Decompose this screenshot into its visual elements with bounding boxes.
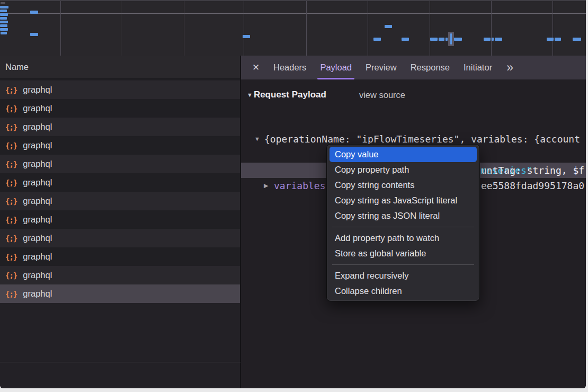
json-braces-icon: {;} (5, 86, 17, 94)
waterfall-bar (0, 17, 7, 20)
requests-panel: Name {;}graphql{;}graphql{;}graphql{;}gr… (0, 56, 240, 388)
expanded-triangle-icon[interactable]: ▼ (254, 131, 260, 147)
menu-item-copy-string-as-javascript-literal[interactable]: Copy string as JavaScript literal (329, 193, 477, 208)
request-name-label: graphql (23, 103, 52, 113)
request-row[interactable]: {;}graphql (0, 192, 240, 210)
json-braces-icon: {;} (5, 160, 17, 168)
json-braces-icon: {;} (5, 141, 17, 150)
waterfall-bar (0, 21, 8, 23)
network-overview-timeline[interactable] (0, 0, 586, 56)
collapsed-triangle-icon[interactable]: ▶ (264, 178, 268, 193)
collapse-triangle-icon[interactable]: ▼ (247, 92, 253, 98)
context-menu: Copy valueCopy property pathCopy string … (326, 144, 480, 301)
overview-gridline (306, 1, 307, 57)
request-row[interactable]: {;}graphql (0, 210, 240, 229)
overview-gridline (491, 1, 492, 57)
waterfall-bar (492, 38, 494, 41)
waterfall-bar (30, 33, 38, 36)
request-name-label: graphql (23, 140, 52, 150)
property-value-right-fragment: untTag: string, $f (481, 163, 584, 178)
waterfall-bar (243, 35, 250, 38)
waterfall-bar (0, 28, 8, 31)
request-row[interactable]: {;}graphql (0, 173, 240, 192)
json-braces-icon: {;} (5, 123, 17, 131)
waterfall-bar (454, 38, 462, 41)
waterfall-bar (555, 38, 561, 41)
menu-item-copy-string-contents[interactable]: Copy string contents (329, 177, 477, 193)
request-name-label: graphql (23, 252, 52, 262)
menu-separator (332, 227, 474, 227)
menu-item-expand-recursively[interactable]: Expand recursively (329, 268, 477, 283)
devtools-window: Name {;}graphql{;}graphql{;}graphql{;}gr… (0, 0, 586, 388)
waterfall-bar (0, 24, 7, 27)
overview-gridline (184, 1, 184, 57)
property-value-right-fragment: ee5588fdad995178a0 (481, 178, 584, 193)
overview-gridline (553, 1, 553, 57)
request-list: {;}graphql{;}graphql{;}graphql{;}graphql… (0, 81, 240, 303)
request-payload-section: ▼ Request Payload view source (241, 87, 405, 103)
request-row[interactable]: {;}graphql (0, 118, 240, 136)
close-icon[interactable]: ✕ (250, 61, 262, 74)
overview-horizontal-gridline (0, 13, 586, 14)
waterfall-bar (0, 6, 8, 8)
tab-payload[interactable]: Payload (313, 56, 359, 79)
json-braces-icon: {;} (5, 290, 17, 298)
overview-gridline (60, 1, 61, 57)
json-braces-icon: {;} (5, 216, 17, 224)
name-column-header[interactable]: Name (0, 56, 240, 79)
waterfall-bar (402, 38, 409, 41)
request-row[interactable]: {;}graphql (0, 266, 240, 284)
menu-item-store-as-global-variable[interactable]: Store as global variable (329, 246, 477, 261)
waterfall-bar (547, 38, 554, 41)
waterfall-bar (30, 11, 38, 14)
request-name-label: graphql (23, 122, 52, 132)
overview-gridline (430, 1, 430, 57)
request-row[interactable]: {;}graphql (0, 247, 240, 266)
request-row[interactable]: {;}graphql (0, 155, 240, 173)
request-name-label: graphql (23, 85, 52, 95)
request-row[interactable]: {;}graphql (0, 81, 240, 99)
devtools-screenshot: Name {;}graphql{;}graphql{;}graphql{;}gr… (0, 0, 588, 392)
waterfall-bar (430, 38, 438, 41)
waterfall-bar (1, 32, 7, 34)
menu-item-copy-string-as-json-literal[interactable]: Copy string as JSON literal (329, 208, 477, 224)
name-column-label: Name (5, 62, 29, 72)
waterfall-bar (450, 33, 452, 44)
tab-headers[interactable]: Headers (266, 56, 313, 79)
menu-item-copy-value[interactable]: Copy value (329, 147, 477, 162)
tab-preview[interactable]: Preview (359, 56, 404, 79)
request-name-label: graphql (23, 177, 52, 188)
page-background-edge (0, 388, 588, 392)
request-name-label: graphql (23, 289, 52, 299)
waterfall-bar (484, 38, 491, 41)
request-name-label: graphql (23, 233, 52, 243)
json-braces-icon: {;} (5, 271, 17, 280)
request-name-label: graphql (23, 215, 52, 225)
waterfall-bar (0, 13, 8, 16)
request-name-label: graphql (23, 270, 52, 280)
overview-gridline (244, 1, 244, 57)
tab-response[interactable]: Response (404, 56, 457, 79)
request-row[interactable]: {;}graphql (0, 229, 240, 247)
tab-initiator[interactable]: Initiator (457, 56, 499, 79)
overview-gridline (121, 1, 121, 57)
request-row[interactable]: {;}graphql (0, 136, 240, 155)
menu-item-add-property-path-to-watch[interactable]: Add property path to watch (329, 230, 477, 246)
section-title: Request Payload (254, 90, 326, 100)
view-source-link[interactable]: view source (359, 90, 405, 100)
waterfall-bar (385, 25, 392, 28)
waterfall-bar (0, 10, 7, 12)
menu-item-copy-property-path[interactable]: Copy property path (329, 162, 477, 177)
json-braces-icon: {;} (5, 104, 17, 113)
json-braces-icon: {;} (5, 234, 17, 243)
request-row[interactable]: {;}graphql (0, 99, 240, 118)
menu-item-collapse-children[interactable]: Collapse children (329, 283, 477, 299)
request-name-label: graphql (23, 196, 52, 206)
waterfall-bar (495, 38, 502, 41)
overview-gridline (368, 1, 368, 57)
more-tabs-icon[interactable]: » (502, 61, 518, 74)
json-braces-icon: {;} (5, 253, 17, 261)
waterfall-bar (1, 2, 5, 4)
request-row[interactable]: {;}graphql (0, 284, 240, 303)
json-braces-icon: {;} (5, 179, 17, 187)
